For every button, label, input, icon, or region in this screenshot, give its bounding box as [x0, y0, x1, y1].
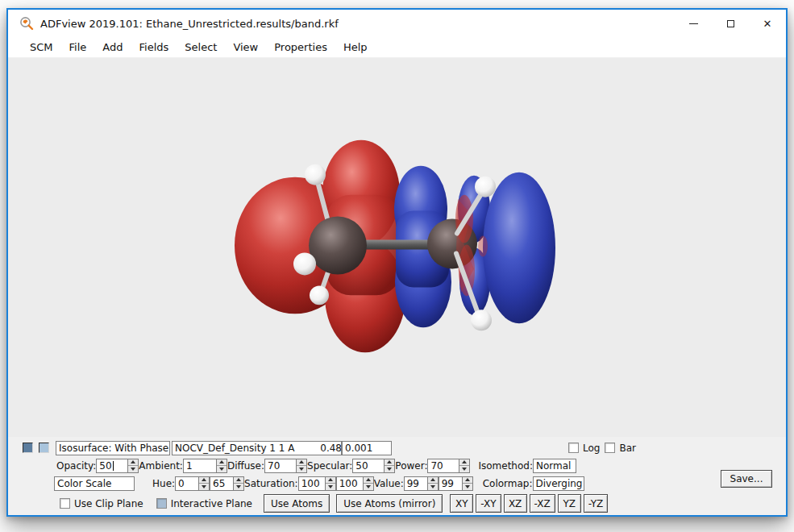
interactive-plane-label: Interactive Plane [171, 498, 252, 509]
use-clip-plane-label: Use Clip Plane [74, 498, 143, 509]
carbon-atom-left [309, 217, 367, 275]
menu-properties[interactable]: Properties [266, 38, 335, 56]
text-cursor [113, 461, 114, 471]
molecule-render [8, 58, 786, 437]
color-scale-dropdown[interactable]: Color Scale [54, 476, 135, 491]
minimize-button[interactable] [675, 10, 712, 37]
diffuse-stepper[interactable] [296, 459, 307, 473]
value-start-input[interactable]: 99 [404, 476, 428, 491]
saturation-label: Saturation: [244, 478, 298, 489]
clip-plane-row: Use Clip Plane Interactive Plane Use Ato… [60, 494, 786, 513]
plane-xz-button[interactable]: XZ [504, 494, 527, 513]
isomethod-dropdown[interactable]: Normal [533, 459, 576, 473]
shading-row: Opacity: 50 Ambient: 1 Diffuse: 70 Specu… [56, 458, 786, 473]
menu-select[interactable]: Select [177, 38, 225, 56]
field-color-toggle-dark[interactable] [23, 443, 33, 453]
ambient-stepper[interactable] [216, 459, 227, 473]
plane-neg-xz-button[interactable]: -XZ [530, 494, 555, 513]
opacity-stepper[interactable] [127, 459, 139, 473]
minimize-icon [689, 23, 698, 24]
close-icon: ✕ [763, 18, 772, 30]
value-end-input[interactable]: 99 [439, 476, 463, 491]
power-label: Power: [395, 460, 427, 472]
hue-start-input[interactable]: 0 [175, 476, 199, 491]
isomethod-label: Isomethod: [478, 460, 533, 472]
adfview-app-icon [19, 16, 34, 31]
control-panel: Isosurface: With Phase NOCV_Def_Density … [8, 437, 786, 515]
opacity-label: Opacity: [56, 460, 96, 472]
hue-label: Hue: [152, 478, 175, 489]
bar-label: Bar [619, 443, 636, 454]
saturation-end-stepper[interactable] [363, 476, 374, 491]
field-max-value: 0.48 [320, 443, 342, 454]
use-atoms-button[interactable]: Use Atoms [264, 494, 330, 513]
diffuse-label: Diffuse: [227, 460, 264, 472]
interactive-plane-checkbox[interactable] [156, 498, 167, 509]
saturation-start-stepper[interactable] [325, 476, 336, 491]
saturation-start-input[interactable]: 100 [298, 476, 326, 491]
save-button[interactable]: Save... [721, 470, 772, 488]
bar-checkbox[interactable] [605, 443, 615, 453]
isovalue-input[interactable]: 0.001 [342, 441, 392, 455]
hue-end-input[interactable]: 65 [210, 476, 234, 491]
menu-scm[interactable]: SCM [22, 38, 61, 56]
menu-fields[interactable]: Fields [131, 38, 177, 56]
use-atoms-mirror-button[interactable]: Use Atoms (mirror) [336, 494, 443, 513]
menu-bar: SCM File Add Fields Select View Properti… [8, 37, 786, 58]
plane-yz-button[interactable]: YZ [558, 494, 581, 513]
power-stepper[interactable] [459, 459, 470, 473]
isosurface-type-dropdown[interactable]: Isosurface: With Phase [56, 441, 170, 455]
title-bar[interactable]: ADFview 2019.101: Ethane_Unrestricted.re… [8, 10, 786, 37]
value-end-stepper[interactable] [462, 476, 473, 491]
close-button[interactable]: ✕ [749, 10, 786, 37]
plane-neg-yz-button[interactable]: -YZ [584, 494, 608, 513]
plane-xy-button[interactable]: XY [450, 494, 473, 513]
maximize-button[interactable] [712, 10, 749, 37]
log-checkbox[interactable] [568, 443, 579, 453]
isosurface-row: Isosurface: With Phase NOCV_Def_Density … [23, 440, 786, 455]
power-input[interactable]: 70 [427, 459, 459, 473]
maximize-icon [727, 20, 734, 27]
opacity-input[interactable]: 50 [96, 459, 128, 473]
saturation-end-input[interactable]: 100 [336, 476, 364, 491]
colormap-label: Colormap: [483, 478, 533, 489]
field-name-dropdown[interactable]: NOCV_Def_Density 1 1 A 0.48 [172, 441, 342, 455]
ambient-input[interactable]: 1 [183, 459, 217, 473]
value-label: Value: [374, 478, 404, 489]
specular-input[interactable]: 50 [352, 459, 385, 473]
ambient-label: Ambient: [139, 460, 183, 472]
menu-file[interactable]: File [61, 38, 95, 56]
diffuse-input[interactable]: 70 [264, 459, 297, 473]
log-label: Log [583, 443, 600, 454]
field-color-toggle-light[interactable] [39, 443, 49, 453]
window-title: ADFview 2019.101: Ethane_Unrestricted.re… [40, 18, 339, 30]
menu-view[interactable]: View [225, 38, 266, 56]
menu-help[interactable]: Help [335, 38, 376, 56]
molecule-viewport[interactable] [8, 58, 786, 437]
app-window: ADFview 2019.101: Ethane_Unrestricted.re… [6, 8, 788, 517]
plane-neg-xy-button[interactable]: -XY [476, 494, 501, 513]
value-start-stepper[interactable] [427, 476, 439, 491]
menu-add[interactable]: Add [94, 38, 131, 56]
hue-start-stepper[interactable] [198, 476, 210, 491]
hue-end-stepper[interactable] [233, 476, 244, 491]
color-row: Color Scale Hue: 0 65 Saturation: 100 10… [54, 476, 786, 491]
use-clip-plane-checkbox[interactable] [60, 498, 70, 509]
colormap-dropdown[interactable]: Diverging [533, 476, 584, 491]
specular-label: Specular: [307, 460, 352, 472]
specular-stepper[interactable] [384, 459, 395, 473]
